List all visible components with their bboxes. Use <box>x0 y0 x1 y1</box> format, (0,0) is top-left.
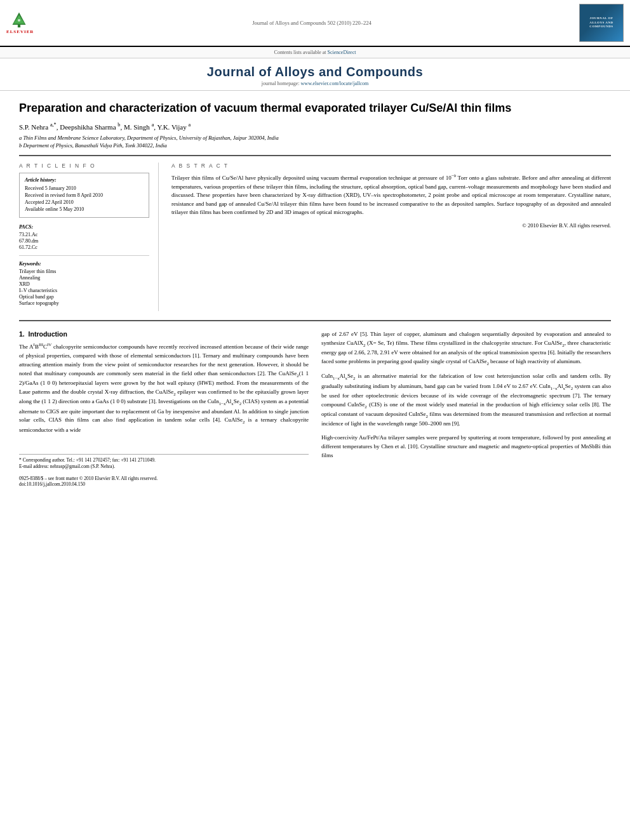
right-logo-text: JOURNAL OFALLOYS ANDCOMPOUNDS <box>589 17 613 29</box>
footnote-divider <box>19 454 309 455</box>
elsevier-tree-icon <box>6 11 32 29</box>
journal-header: ELSEVIER Journal of Alloys and Compounds… <box>0 0 630 47</box>
contents-available-text: Contents lists available at ScienceDirec… <box>212 50 418 55</box>
section-divider-top <box>19 155 611 156</box>
authors-line: S.P. Nehra a,*, Deepshikha Sharma b, M. … <box>19 122 611 131</box>
section1-para-right3: High-coercivity Au/FePt/Au trilayer samp… <box>321 434 611 460</box>
elsevier-text: ELSEVIER <box>6 29 34 34</box>
journal-name-top: Journal of Alloys and Compounds 502 (201… <box>44 20 579 26</box>
article-title: Preparation and characterization of vacu… <box>19 101 611 116</box>
footer-issn: 0925-8388/$ – see front matter © 2010 El… <box>19 476 158 481</box>
footnote-corresponding: * Corresponding author. Tel.: +91 141 27… <box>19 457 309 464</box>
journal-homepage: journal homepage: www.elsevier.com/locat… <box>6 81 624 86</box>
article-info-heading: A R T I C L E I N F O <box>19 163 149 169</box>
doi-line: doi:10.1016/j.jallcom.2010.04.150 <box>19 481 309 487</box>
pacs-section: PACS: 73.21.Ac 67.80.dm 61.72.Cc <box>19 224 149 250</box>
journal-right-logo: JOURNAL OFALLOYS ANDCOMPOUNDS <box>579 4 624 42</box>
keyword-2: XRD <box>19 281 149 287</box>
accepted-date: Accepted 22 April 2010 <box>25 199 144 205</box>
footnote-email: E-mail address: nehrasp@gmail.com (S.P. … <box>19 463 309 470</box>
body-left-col: 1. Introduction The AIBIIICIV chalcopyri… <box>19 330 309 487</box>
pacs-title: PACS: <box>19 224 149 230</box>
keyword-4: Optical band gap <box>19 294 149 300</box>
sciencedirect-link[interactable]: ScienceDirect <box>328 50 356 55</box>
available-date: Available online 5 May 2010 <box>25 206 144 212</box>
article-history-title: Article history: <box>25 177 144 183</box>
section1-title: 1. Introduction <box>19 330 309 338</box>
keyword-0: Trilayer thin films <box>19 269 149 274</box>
section1-para-right2: CuIn1−xAlxSe2 is an alternative material… <box>321 372 611 429</box>
keyword-1: Annealing <box>19 275 149 281</box>
keywords-title: Keywords: <box>19 261 149 267</box>
keyword-5: Surface topography <box>19 300 149 306</box>
affiliations: a Thin Films and Membrane Science Labora… <box>19 135 611 149</box>
article-history-box: Article history: Received 5 January 2010… <box>19 173 149 218</box>
section1-para1: The AIBIIICIV chalcopyrite semiconductor… <box>19 342 309 435</box>
journal-title-main: Journal of Alloys and Compounds <box>6 65 624 79</box>
article-info-col: A R T I C L E I N F O Article history: R… <box>19 163 159 311</box>
pacs-item-1: 67.80.dm <box>19 238 149 244</box>
affil-a: a Thin Films and Membrane Science Labora… <box>19 135 611 141</box>
abstract-heading: A B S T R A C T <box>171 163 611 169</box>
received-revised-date: Received in revised form 8 April 2010 <box>25 192 144 198</box>
pacs-keywords-divider <box>19 255 149 256</box>
section1-number: 1. <box>19 330 25 338</box>
svg-point-4 <box>18 19 20 22</box>
footer-bottom: 0925-8388/$ – see front matter © 2010 El… <box>19 476 309 481</box>
keywords-section: Keywords: Trilayer thin films Annealing … <box>19 261 149 306</box>
journal-name-top-section: Journal of Alloys and Compounds 502 (201… <box>44 20 579 26</box>
section1-title-text: Introduction <box>29 330 67 338</box>
pacs-item-0: 73.21.Ac <box>19 232 149 237</box>
journal-title-bar: Journal of Alloys and Compounds journal … <box>0 58 630 91</box>
abstract-col: A B S T R A C T Trilayer thin films of C… <box>171 163 611 311</box>
contents-available-bar: Contents lists available at ScienceDirec… <box>0 47 630 58</box>
body-content: 1. Introduction The AIBIIICIV chalcopyri… <box>19 330 611 487</box>
keyword-3: I–V characteristics <box>19 288 149 293</box>
journal-homepage-label: journal homepage: <box>262 81 300 86</box>
main-content: Preparation and characterization of vacu… <box>0 91 630 493</box>
affil-b: b Department of Physics, Banasthali Vidy… <box>19 142 611 149</box>
body-right-col: gap of 2.67 eV [5]. Thin layer of copper… <box>321 330 611 487</box>
received-date: Received 5 January 2010 <box>25 185 144 191</box>
section1-para-right1: gap of 2.67 eV [5]. Thin layer of copper… <box>321 330 611 367</box>
copyright-line: © 2010 Elsevier B.V. All rights reserved… <box>171 222 611 229</box>
elsevier-logo: ELSEVIER <box>6 11 44 34</box>
body-top-divider <box>19 320 611 321</box>
contents-label: Contents lists available at <box>274 50 326 55</box>
footnote-section: * Corresponding author. Tel.: +91 141 27… <box>19 454 309 470</box>
pacs-item-2: 61.72.Cc <box>19 244 149 250</box>
journal-homepage-url[interactable]: www.elsevier.com/locate/jallcom <box>301 81 369 86</box>
abstract-text: Trilayer thin films of Cu/Se/Al have phy… <box>171 173 611 217</box>
article-info-abstract-section: A R T I C L E I N F O Article history: R… <box>19 163 611 311</box>
